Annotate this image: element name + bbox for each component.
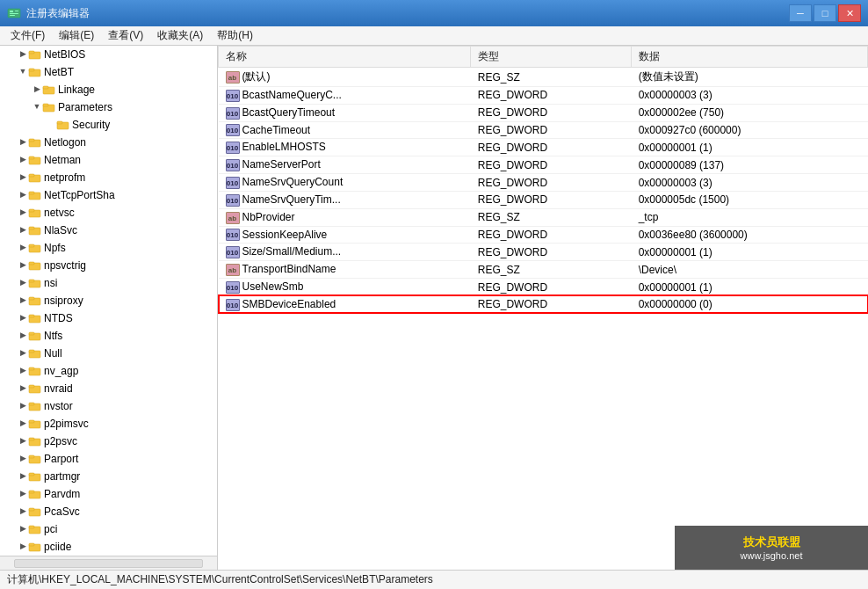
tree-arrow-netvsc[interactable]: ▶ (18, 207, 28, 218)
tree-arrow-nsi[interactable]: ▶ (18, 278, 28, 288)
tree-item-npsvctrig[interactable]: ▶ npsvctrig (0, 257, 217, 274)
menu-item-A[interactable]: 收藏夹(A) (150, 26, 210, 45)
tree-label-Npfs: Npfs (44, 242, 66, 254)
tree-arrow-nsiproxy[interactable]: ▶ (18, 295, 28, 306)
tree-arrow-pci[interactable]: ▶ (18, 524, 28, 534)
cell-name: ab(默认) (219, 68, 471, 87)
tree-item-Parameters[interactable]: ▼ Parameters (0, 98, 217, 116)
tree-item-partmgr[interactable]: ▶ partmgr (0, 468, 217, 485)
table-row[interactable]: 010CacheTimeoutREG_DWORD0x000927c0 (6000… (219, 121, 868, 139)
tree-arrow-nv_agp[interactable]: ▶ (18, 366, 28, 376)
tree-item-p2psvc[interactable]: ▶ p2psvc (0, 433, 217, 450)
folder-icon-NlaSvc (28, 223, 44, 237)
tree-item-pciide[interactable]: ▶ pciide (0, 538, 217, 556)
folder-icon-Ntfs (28, 329, 44, 343)
menu-item-E[interactable]: 编辑(E) (52, 26, 101, 45)
table-row[interactable]: ab(默认)REG_SZ(数值未设置) (219, 68, 868, 87)
tree-item-Ntfs[interactable]: ▶ Ntfs (0, 327, 217, 345)
tree-item-Linkage[interactable]: ▶ Linkage (0, 81, 217, 98)
tree-item-Parvdm[interactable]: ▶ Parvdm (0, 485, 217, 503)
tree-hscroll[interactable] (0, 556, 217, 570)
col-data[interactable]: 数据 (632, 47, 868, 68)
svg-rect-46 (29, 403, 34, 405)
minimize-button[interactable]: ─ (789, 4, 812, 22)
tree-arrow-NetBIOS[interactable]: ▶ (18, 49, 28, 60)
folder-icon-Parameters (42, 100, 58, 114)
tree-arrow-NlaSvc[interactable]: ▶ (18, 225, 28, 236)
table-row[interactable]: abTransportBindNameREG_SZ\Device\ (219, 261, 868, 279)
tree-arrow-NetTcpPortSha[interactable]: ▶ (18, 190, 28, 200)
tree-item-nvstor[interactable]: ▶ nvstor (0, 397, 217, 415)
close-button[interactable]: ✕ (838, 4, 861, 22)
data-table[interactable]: 名称 类型 数据 ab(默认)REG_SZ(数值未设置)010BcastName… (218, 46, 868, 570)
tree-arrow-Ntfs[interactable]: ▶ (18, 331, 28, 341)
menu-item-F[interactable]: 文件(F) (4, 26, 52, 45)
tree-item-nsiproxy[interactable]: ▶ nsiproxy (0, 292, 217, 309)
folder-icon-nsi (28, 276, 44, 290)
table-row[interactable]: 010SessionKeepAliveREG_DWORD0x0036ee80 (… (219, 226, 868, 244)
tree-arrow-p2psvc[interactable]: ▶ (18, 436, 28, 447)
tree-item-p2pimsvc[interactable]: ▶ p2pimsvc (0, 415, 217, 433)
tree-arrow-Npfs[interactable]: ▶ (18, 243, 28, 253)
tree-item-Parport[interactable]: ▶ Parport (0, 450, 217, 468)
tree-item-NetTcpPortSha[interactable]: ▶ NetTcpPortSha (0, 186, 217, 204)
tree-arrow-NetBT[interactable]: ▼ (18, 67, 28, 77)
tree-item-netprofm[interactable]: ▶ netprofm (0, 169, 217, 186)
table-row[interactable]: 010NameSrvQueryTim...REG_DWORD0x000005dc… (219, 191, 868, 208)
watermark-line1: 技术员联盟 (743, 534, 800, 550)
tree-item-Security[interactable]: Security (0, 116, 217, 134)
tree-arrow-netprofm[interactable]: ▶ (18, 172, 28, 183)
tree-label-Linkage: Linkage (58, 84, 95, 96)
cell-data: 0x000005dc (1500) (632, 191, 868, 208)
table-row[interactable]: 010UseNewSmbREG_DWORD0x00000001 (1) (219, 279, 868, 296)
tree-arrow-pciide[interactable]: ▶ (18, 542, 28, 552)
tree-arrow-Parvdm[interactable]: ▶ (18, 489, 28, 499)
tree-arrow-Parport[interactable]: ▶ (18, 454, 28, 464)
tree-item-NetBT[interactable]: ▼ NetBT (0, 63, 217, 81)
tree-arrow-nvstor[interactable]: ▶ (18, 401, 28, 411)
col-type[interactable]: 类型 (471, 47, 632, 68)
tree-item-Npfs[interactable]: ▶ Npfs (0, 239, 217, 257)
tree-arrow-Null[interactable]: ▶ (18, 348, 28, 359)
tree-arrow-NTDS[interactable]: ▶ (18, 313, 28, 324)
tree-item-NTDS[interactable]: ▶ NTDS (0, 309, 217, 327)
maximize-button[interactable]: □ (814, 4, 836, 22)
tree-scroll[interactable]: ▶ NetBIOS▼ NetBT▶ Linkage▼ Parameters Se… (0, 46, 217, 556)
table-row[interactable]: 010EnableLMHOSTSREG_DWORD0x00000001 (1) (219, 139, 868, 156)
watermark: 技术员联盟 www.jsgho.net (675, 526, 868, 570)
menu-item-V[interactable]: 查看(V) (101, 26, 150, 45)
tree-arrow-PcaSvc[interactable]: ▶ (18, 506, 28, 517)
tree-arrow-partmgr[interactable]: ▶ (18, 471, 28, 482)
table-row[interactable]: 010BcastQueryTimeoutREG_DWORD0x000002ee … (219, 104, 868, 121)
tree-label-NlaSvc: NlaSvc (44, 224, 77, 236)
table-row[interactable]: 010Size/Small/Medium...REG_DWORD0x000000… (219, 244, 868, 261)
tree-item-NetBIOS[interactable]: ▶ NetBIOS (0, 46, 217, 63)
tree-item-nvraid[interactable]: ▶ nvraid (0, 380, 217, 397)
tree-item-Netman[interactable]: ▶ Netman (0, 151, 217, 169)
tree-arrow-Netlogon[interactable]: ▶ (18, 137, 28, 148)
tree-arrow-npsvctrig[interactable]: ▶ (18, 260, 28, 271)
cell-name: 010Size/Small/Medium... (219, 244, 471, 261)
tree-item-netvsc[interactable]: ▶ netvsc (0, 204, 217, 222)
table-row[interactable]: 010SMBDeviceEnabledREG_DWORD0x00000000 (… (219, 295, 868, 313)
menu-item-H[interactable]: 帮助(H) (210, 26, 260, 45)
col-name[interactable]: 名称 (219, 47, 471, 68)
tree-arrow-Netman[interactable]: ▶ (18, 155, 28, 165)
tree-item-Null[interactable]: ▶ Null (0, 345, 217, 362)
tree-item-PcaSvc[interactable]: ▶ PcaSvc (0, 503, 217, 520)
table-row[interactable]: 010NameSrvQueryCountREG_DWORD0x00000003 … (219, 174, 868, 192)
tree-item-nsi[interactable]: ▶ nsi (0, 274, 217, 292)
tree-item-NlaSvc[interactable]: ▶ NlaSvc (0, 222, 217, 239)
tree-arrow-Linkage[interactable]: ▶ (32, 84, 42, 95)
svg-rect-60 (29, 526, 34, 528)
tree-item-pci[interactable]: ▶ pci (0, 520, 217, 538)
svg-rect-30 (29, 262, 34, 265)
tree-item-nv_agp[interactable]: ▶ nv_agp (0, 362, 217, 380)
tree-arrow-Parameters[interactable]: ▼ (32, 102, 42, 113)
tree-arrow-nvraid[interactable]: ▶ (18, 383, 28, 394)
tree-item-Netlogon[interactable]: ▶ Netlogon (0, 134, 217, 151)
table-row[interactable]: 010NameServerPortREG_DWORD0x00000089 (13… (219, 156, 868, 174)
table-row[interactable]: 010BcastNameQueryC...REG_DWORD0x00000003… (219, 87, 868, 105)
table-row[interactable]: abNbProviderREG_SZ_tcp (219, 208, 868, 226)
tree-arrow-p2pimsvc[interactable]: ▶ (18, 418, 28, 429)
